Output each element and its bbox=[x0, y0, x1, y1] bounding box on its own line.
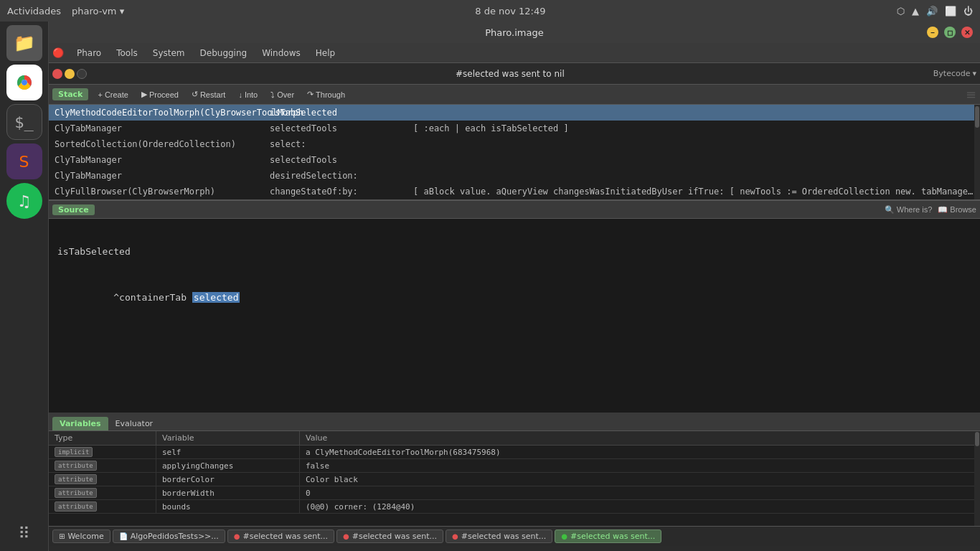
os-datetime: 8 de nov 12:49 bbox=[475, 6, 545, 17]
proceed-button[interactable]: ▶ Proceed bbox=[138, 88, 182, 100]
var-cell-variable: borderWidth bbox=[156, 486, 300, 499]
app-name-label[interactable]: pharo-vm ▾ bbox=[72, 6, 124, 17]
variables-tabs: Variables Evaluator bbox=[49, 413, 980, 431]
taskbar-debug-1[interactable]: ● #selected was sent... bbox=[227, 529, 334, 543]
debugger-close-button[interactable] bbox=[52, 69, 62, 79]
stack-cell-class: ClyTabManager bbox=[55, 171, 270, 181]
var-cell-variable: self bbox=[156, 446, 300, 458]
stack-cell-class: SortedCollection(OrderedCollection) bbox=[55, 139, 270, 149]
stack-cell-class: ClyTabManager bbox=[55, 155, 270, 165]
var-cell-value: a ClyMethodCodeEditorToolMorph(683475968… bbox=[300, 446, 980, 458]
var-cell-variable: applyingChanges bbox=[156, 459, 300, 472]
window-title: Pharo.image bbox=[485, 27, 543, 38]
stack-scrollbar[interactable] bbox=[974, 105, 980, 199]
into-button[interactable]: ↓ Into bbox=[235, 89, 261, 100]
debugger-window-buttons bbox=[52, 69, 87, 79]
window-maximize-button[interactable]: ◻ bbox=[944, 27, 956, 38]
where-is-button[interactable]: 🔍 Where is? bbox=[885, 205, 933, 215]
debugger-maximize-button[interactable] bbox=[77, 69, 87, 79]
window-close-button[interactable]: ✕ bbox=[961, 27, 973, 38]
stack-label: Stack bbox=[52, 88, 88, 100]
var-cell-type: implicit bbox=[49, 446, 156, 458]
code-editor[interactable]: isTabSelected ^containerTab selected bbox=[49, 219, 980, 413]
taskbar-debug-2[interactable]: ● #selected was sent... bbox=[336, 529, 443, 543]
var-scrollbar[interactable] bbox=[974, 431, 980, 526]
toolbar-expand-icon[interactable]: ≡ bbox=[966, 87, 976, 102]
source-bar: Source 🔍 Where is? 📖 Browse bbox=[49, 200, 980, 219]
var-row-applyingchanges[interactable]: attribute applyingChanges false bbox=[49, 459, 980, 473]
taskbar-debug-3[interactable]: ● #selected was sent... bbox=[446, 529, 552, 543]
taskbar-debug-4[interactable]: ● #selected was sent... bbox=[555, 529, 661, 543]
menu-windows[interactable]: Windows bbox=[256, 46, 306, 60]
var-row-self[interactable]: implicit self a ClyMethodCodeEditorToolM… bbox=[49, 446, 980, 459]
activities-label[interactable]: Actividades bbox=[7, 6, 61, 17]
bytecode-selector[interactable]: Bytecode ▾ bbox=[933, 69, 976, 78]
stack-row[interactable]: ClyFullBrowser(ClyBrowserMorph) changeSt… bbox=[49, 184, 980, 199]
stack-cell-method: selectedTools bbox=[270, 123, 413, 133]
menu-tools[interactable]: Tools bbox=[110, 46, 143, 60]
stack-cell-method: isTabSelected bbox=[270, 108, 413, 118]
stack-cell-context: [ aBlock value. aQueryView changesWasIni… bbox=[413, 187, 974, 197]
sidebar-icon-grid[interactable]: ⠿ bbox=[6, 515, 42, 551]
debugger-bar: #selected was sent to nil Bytecode ▾ bbox=[49, 63, 980, 85]
col-value: Value bbox=[300, 431, 980, 445]
sidebar-icon-sublime[interactable]: S bbox=[6, 143, 42, 179]
var-row-borderwidth[interactable]: attribute borderWidth 0 bbox=[49, 486, 980, 500]
var-cell-type: attribute bbox=[49, 500, 156, 513]
stack-row[interactable]: ClyTabManager desiredSelection: bbox=[49, 168, 980, 184]
os-topbar-right: ⬡ ▲ 🔊 ⬜ ⏻ bbox=[897, 6, 973, 17]
tab-variables[interactable]: Variables bbox=[52, 417, 108, 430]
stack-cell-class: ClyFullBrowser(ClyBrowserMorph) bbox=[55, 187, 270, 197]
os-topbar: Actividades pharo-vm ▾ 8 de nov 12:49 ⬡ … bbox=[0, 0, 980, 22]
taskbar-algopedidos[interactable]: 📄 AlgoPedidosTests>>... bbox=[113, 529, 225, 543]
taskbar-welcome[interactable]: ⊞ Welcome bbox=[52, 529, 110, 543]
variables-table-header: Type Variable Value bbox=[49, 431, 980, 446]
stack-cell-method: selectedTools bbox=[270, 155, 413, 165]
taskbar-debug2-label: #selected was sent... bbox=[352, 532, 437, 541]
sidebar-icon-spotify[interactable]: ♫ bbox=[6, 183, 42, 219]
bytecode-dropdown-icon[interactable]: ▾ bbox=[972, 69, 976, 78]
var-cell-value: Color black bbox=[300, 473, 980, 486]
sidebar-icon-folder[interactable]: 📁 bbox=[6, 25, 42, 61]
restart-button[interactable]: ↺ Restart bbox=[188, 88, 229, 100]
var-row-bordercolor[interactable]: attribute borderColor Color black bbox=[49, 473, 980, 486]
browse-button[interactable]: 📖 Browse bbox=[938, 205, 976, 215]
menu-help[interactable]: Help bbox=[310, 46, 341, 60]
wifi-icon: ▲ bbox=[912, 6, 919, 17]
taskbar-debug1-label: #selected was sent... bbox=[243, 532, 328, 541]
source-actions: 🔍 Where is? 📖 Browse bbox=[885, 205, 976, 215]
window-titlebar: Pharo.image – ◻ ✕ bbox=[49, 22, 980, 43]
create-icon: + bbox=[98, 90, 102, 99]
type-badge-implicit: implicit bbox=[55, 447, 93, 457]
into-icon: ↓ bbox=[238, 90, 242, 99]
toolbar: Stack + Create ▶ Proceed ↺ Restart ↓ Int… bbox=[49, 85, 980, 105]
window-minimize-button[interactable]: – bbox=[927, 27, 938, 38]
debugger-minimize-button[interactable] bbox=[65, 69, 75, 79]
code-highlight: selected bbox=[192, 292, 240, 303]
stack-cell-method: select: bbox=[270, 139, 413, 149]
main-content: Pharo.image – ◻ ✕ 🔴 Pharo Tools System D… bbox=[49, 22, 980, 546]
type-badge-attribute: attribute bbox=[55, 488, 97, 498]
var-row-bounds[interactable]: attribute bounds (0@0) corner: (1284@40) bbox=[49, 500, 980, 514]
search-icon: 🔍 bbox=[885, 205, 895, 215]
menu-pharo[interactable]: Pharo bbox=[71, 46, 107, 60]
sidebar-icon-terminal[interactable]: $_ bbox=[6, 104, 42, 140]
debugger-title: #selected was sent to nil bbox=[90, 69, 930, 79]
stack-row[interactable]: ClyTabManager selectedTools bbox=[49, 152, 980, 168]
menu-debugging[interactable]: Debugging bbox=[194, 46, 253, 60]
stack-row[interactable]: ClyTabManager selectedTools [ :each | ea… bbox=[49, 121, 980, 136]
stack-row[interactable]: ClyMethodCodeEditorToolMorph(ClyBrowserT… bbox=[49, 105, 980, 121]
stack-row[interactable]: SortedCollection(OrderedCollection) sele… bbox=[49, 136, 980, 152]
through-button[interactable]: ↷ Through bbox=[303, 88, 349, 100]
bluetooth-icon: ⬡ bbox=[897, 6, 905, 17]
menubar: 🔴 Pharo Tools System Debugging Windows H… bbox=[49, 43, 980, 63]
var-cell-value: false bbox=[300, 459, 980, 472]
menu-system[interactable]: System bbox=[147, 46, 191, 60]
create-button[interactable]: + Create bbox=[94, 89, 131, 100]
tab-evaluator[interactable]: Evaluator bbox=[108, 417, 161, 430]
over-button[interactable]: ⤵ Over bbox=[267, 89, 298, 100]
taskbar-debug1-icon: ● bbox=[234, 532, 240, 540]
sidebar-icon-chrome[interactable] bbox=[6, 65, 42, 100]
pharo-logo: 🔴 bbox=[52, 47, 64, 58]
var-cell-type: attribute bbox=[49, 486, 156, 499]
